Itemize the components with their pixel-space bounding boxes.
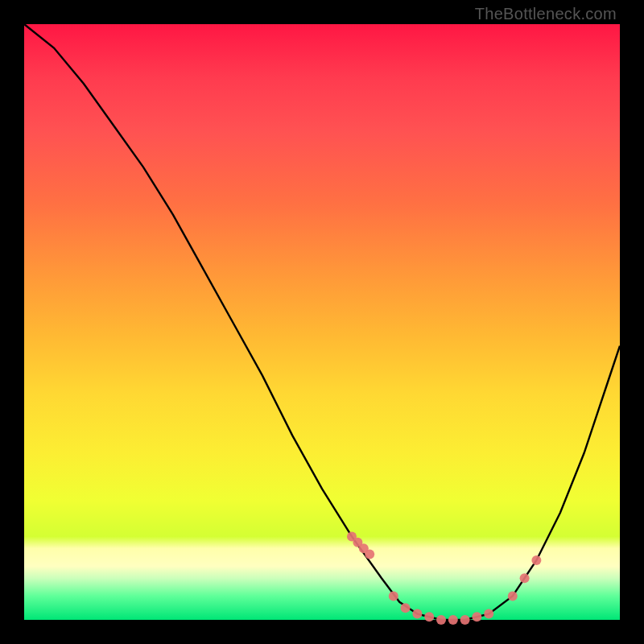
curve-layer	[24, 24, 620, 620]
marker-point	[484, 609, 493, 619]
marker-point	[401, 603, 411, 613]
marker-point	[531, 555, 541, 565]
marker-point	[424, 612, 434, 621]
marker-point	[508, 591, 518, 601]
marker-point	[436, 615, 446, 625]
chart-container: TheBottleneck.com	[0, 0, 644, 644]
scatter-points	[347, 531, 541, 625]
marker-point	[448, 615, 458, 625]
plot-area	[24, 24, 620, 620]
marker-point	[389, 591, 398, 601]
marker-point	[412, 609, 422, 619]
watermark-text: TheBottleneck.com	[475, 5, 617, 23]
marker-point	[365, 550, 374, 559]
marker-point	[520, 573, 530, 583]
bottleneck-curve	[24, 24, 620, 620]
marker-point	[460, 615, 470, 625]
marker-point	[472, 612, 481, 621]
